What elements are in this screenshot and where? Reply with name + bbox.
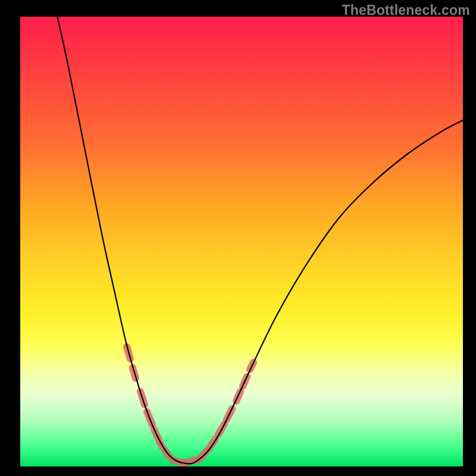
highlight-right-branch (201, 362, 253, 458)
svg-line-9 (209, 439, 215, 449)
chart-svg (20, 17, 463, 466)
chart-plot-area (20, 17, 463, 466)
highlight-left-branch (127, 347, 170, 457)
watermark-text: TheBottleneck.com (342, 2, 470, 18)
bottleneck-curve (57, 17, 463, 464)
